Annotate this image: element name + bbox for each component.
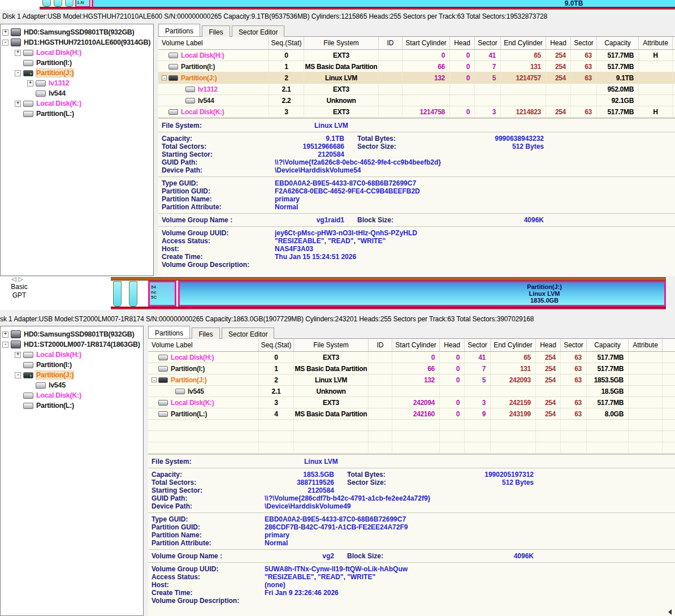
detail-value: 1853.5GB	[265, 471, 334, 479]
empty-row[interactable]	[148, 431, 675, 442]
tree-item[interactable]: Partition(L:)	[1, 109, 153, 119]
tree-item[interactable]: lv545	[1, 380, 143, 390]
tree-expander-icon[interactable]: -	[2, 342, 8, 348]
column-header[interactable]: ID	[379, 37, 403, 49]
empty-row[interactable]	[148, 442, 675, 454]
column-header[interactable]: Capacity	[587, 339, 629, 351]
partition-row[interactable]: Partition(L:) 4 MS Basic Data Partition …	[148, 408, 675, 420]
column-header[interactable]: Volume Label	[148, 339, 259, 351]
row-expander-icon[interactable]: -	[152, 377, 157, 382]
tree-item[interactable]: + HD0:SamsungSSD9801TB(932GB)	[1, 27, 153, 37]
detail-row: Partition GUID:286CDF7B-B42C-4791-A1CB-F…	[148, 523, 675, 531]
tree-item[interactable]: - HD1:ST2000LM007-1R8174(1863GB)	[1, 339, 143, 350]
tree-item[interactable]: + Local Disk(K:)	[1, 98, 153, 109]
tree-item-label: HD1:HGSTHUH721010ALE600(9314GB)	[24, 38, 150, 46]
partition-row[interactable]: -Partition(J:) 2 Linux LVM 132 0 5 24209…	[148, 374, 675, 386]
tree-item-label: Partition(L:)	[36, 110, 74, 118]
drive-icon	[23, 70, 33, 76]
column-header[interactable]: Start Cylinder	[403, 37, 450, 49]
tree-expander-icon[interactable]: +	[2, 331, 8, 338]
partition-row[interactable]: Local Disk(H:) 0 EXT3 0 0 41 65 254 63 5…	[148, 352, 675, 363]
column-header[interactable]: Sector	[475, 37, 501, 49]
column-header[interactable]: Start Cylinder	[392, 339, 440, 351]
partition-row[interactable]: -Partition(J:) 2 Linux LVM 132 0 5 12147…	[158, 72, 675, 84]
tree-item[interactable]: - Partition(J:)	[1, 68, 153, 78]
partition-row[interactable]: lv544 2.2 Unknown 92.1GB	[158, 95, 675, 106]
detail-row: Create Time:Thu Jan 15 15:24:51 2026	[158, 253, 675, 261]
detail-label: Type GUID:	[158, 179, 275, 187]
column-header[interactable]: Sector	[561, 339, 587, 351]
tree-item[interactable]: + Local Disk(H:)	[1, 350, 143, 360]
partition-row[interactable]: Partition(I:) 1 MS Basic Data Partition …	[158, 61, 675, 72]
volume-label: Partition(I:)	[171, 365, 205, 373]
tree-expander-icon[interactable]: -	[15, 70, 21, 76]
tab[interactable]: Files	[192, 328, 219, 339]
detail-value: 2120584	[265, 486, 334, 494]
tree-item[interactable]: + lv1312	[1, 78, 153, 88]
row-expander-icon[interactable]: -	[162, 75, 167, 80]
scroll-arrow-icon[interactable]	[668, 609, 672, 615]
column-header[interactable]: Capacity	[597, 37, 639, 49]
column-header[interactable]: Head	[440, 339, 465, 351]
tree-item-label: HD0:SamsungSSD9801TB(932GB)	[24, 28, 134, 36]
column-header[interactable]: End Cylinder	[501, 37, 546, 49]
detail-row: File System:Linux LVM	[148, 458, 675, 466]
partition-row[interactable]: Partition(I:) 1 MS Basic Data Partition …	[148, 363, 675, 374]
column-header[interactable]: ID	[369, 339, 392, 351]
partition-row[interactable]: lv545 2.1 Unknown 18.5GB	[148, 386, 675, 397]
tree-expander-icon[interactable]: +	[15, 101, 21, 107]
column-header[interactable]: End Cylinder	[491, 339, 536, 351]
tab[interactable]: Files	[202, 25, 230, 37]
tree-item[interactable]: - Partition(J:)	[1, 370, 143, 380]
column-header[interactable]: Head	[546, 37, 571, 49]
partition-row[interactable]: lv1312 2.1 EXT3 952.0MB	[158, 84, 675, 95]
column-header[interactable]: File System	[304, 37, 379, 49]
partition-row[interactable]: Local Disk(H:) 0 EXT3 0 0 41 65 254 63 5…	[158, 50, 675, 61]
tree-item[interactable]: + Local Disk(H:)	[1, 48, 153, 58]
tab[interactable]: Partitions	[148, 326, 190, 338]
tree-item[interactable]: Partition(L:)	[1, 400, 143, 411]
partition-row[interactable]: Local Disk(K:) 3 EXT3 242094 0 3 242159 …	[148, 397, 675, 408]
tree-expander-icon[interactable]: -	[15, 372, 21, 378]
column-header[interactable]: Seq.(Stat)	[269, 37, 304, 49]
tree-item[interactable]: lv544	[1, 88, 153, 98]
tree-expander-icon[interactable]: +	[15, 352, 21, 358]
tab[interactable]: Sector Editor	[222, 328, 274, 339]
column-header[interactable]: Sector	[571, 37, 597, 49]
tree-expander-icon[interactable]: +	[27, 80, 33, 87]
column-header[interactable]: File System	[294, 339, 369, 351]
tree-item[interactable]: Partition(I:)	[1, 360, 143, 370]
partition-block-small[interactable]	[42, 0, 51, 7]
partition-block-small[interactable]	[129, 281, 137, 307]
tree-item[interactable]: Partition(I:)	[1, 58, 153, 68]
tree-expander-icon[interactable]: +	[15, 50, 21, 56]
partition-block-clipped[interactable]: 54 nc 5C	[148, 281, 176, 307]
detail-value: Linux LVM	[304, 458, 338, 466]
tree-item[interactable]: + HD0:SamsungSSD9801TB(932GB)	[1, 329, 143, 339]
tree-expander-icon[interactable]: +	[2, 29, 8, 36]
column-header[interactable]: Head	[450, 37, 475, 49]
column-header[interactable]: Attribute	[639, 37, 673, 49]
tab[interactable]: Sector Editor	[232, 25, 284, 37]
partition-block-small[interactable]	[54, 0, 62, 7]
tree-expander-icon[interactable]: -	[2, 40, 8, 46]
partition-block-small[interactable]	[65, 0, 73, 7]
detail-value: vg1raid1	[275, 216, 344, 224]
nav-arrows-icon[interactable]: ◁▷	[11, 277, 25, 283]
column-header[interactable]: Seq.(Stat)	[259, 339, 294, 351]
column-header[interactable]: Volume Label	[158, 37, 269, 49]
tree-item-label: Partition(J:)	[36, 371, 73, 379]
partition-row[interactable]: Local Disk(K:) 3 EXT3 1214758 0 3 121482…	[158, 106, 675, 118]
tab[interactable]: Partitions	[158, 24, 200, 36]
column-header[interactable]: Head	[536, 339, 561, 351]
column-header[interactable]: Sector	[465, 339, 491, 351]
partition-block-large[interactable]: Partition(J:) Linux LVM 1835.0GB	[178, 281, 666, 307]
detail-row: Host:NAS4F3A03	[158, 245, 675, 253]
column-header[interactable]: Attribute	[629, 339, 663, 351]
tree-item[interactable]: - HD1:HGSTHUH721010ALE600(9314GB)	[1, 37, 153, 48]
volume-label: Local Disk(K:)	[181, 108, 224, 116]
partition-block-small[interactable]	[113, 281, 122, 307]
tree-item[interactable]: Local Disk(K:)	[1, 390, 143, 400]
empty-row[interactable]	[148, 420, 675, 431]
disk-layout-bar-2: ◁▷ BasicGPT 54 nc 5C Partition(J:) Linux…	[0, 277, 675, 310]
